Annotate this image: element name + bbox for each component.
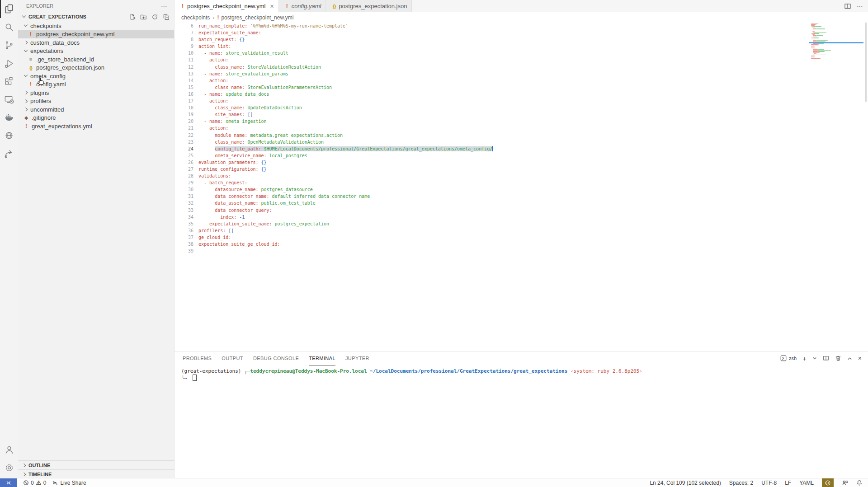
activity-item-search[interactable] [0, 18, 18, 36]
code-line-21[interactable]: 21 action: [175, 125, 868, 131]
live-share-status[interactable]: Live Share [52, 480, 86, 486]
split-editor-icon[interactable] [844, 3, 851, 10]
code-line-39[interactable]: 39 [175, 248, 868, 254]
outline-section[interactable]: OUTLINE [18, 460, 174, 469]
code-line-28[interactable]: 28validations: [175, 173, 868, 179]
code-line-22[interactable]: 22 module_name: metadata.great_expectati… [175, 132, 868, 139]
cursor-position[interactable]: Ln 24, Col 109 (102 selected) [650, 480, 721, 486]
activity-item-docker[interactable] [0, 108, 18, 126]
split-terminal-icon[interactable] [823, 355, 829, 361]
activity-item-source-control[interactable] [0, 36, 18, 54]
tree-item--gitignore[interactable]: ◆.gitignore [18, 114, 174, 122]
tree-item-profilers[interactable]: profilers [18, 97, 174, 106]
code-line-19[interactable]: 19 site_names: [] [175, 111, 868, 118]
indentation[interactable]: Spaces: 2 [729, 480, 753, 486]
code-line-11[interactable]: 11 action: [175, 56, 868, 63]
terminal-content[interactable]: (great-expectations) ╭─teddycrepineau@Te… [175, 365, 868, 382]
eol-sequence[interactable]: LF [785, 480, 791, 486]
code-line-37[interactable]: 37ge_cloud_id: [175, 234, 868, 241]
activity-item-extensions[interactable] [0, 72, 18, 90]
code-line-6[interactable]: 6run_name_template: '%Y%m%d-%H%M%S-my-ru… [175, 23, 868, 29]
new-folder-icon[interactable] [140, 14, 147, 20]
tree-item-expectations[interactable]: expectations [18, 47, 174, 56]
activity-item-run-debug[interactable] [0, 54, 18, 72]
project-root-row[interactable]: GREAT_EXPECTATIONS [18, 12, 174, 22]
breadcrumb-file[interactable]: postgres_checkpoint_new.yml [221, 14, 293, 21]
refresh-icon[interactable] [151, 14, 158, 20]
code-line-31[interactable]: 31 data_connector_name: default_inferred… [175, 193, 868, 200]
code-line-12[interactable]: 12 class_name: StoreValidationResultActi… [175, 64, 868, 70]
activity-item-remote-explorer[interactable] [0, 90, 18, 108]
new-file-icon[interactable] [129, 14, 136, 20]
tree-item-great-expectations-yml[interactable]: !great_expectations.yml [18, 122, 174, 131]
tree-item-checkpoints[interactable]: checkpoints [18, 22, 174, 30]
code-line-38[interactable]: 38expectation_suite_ge_cloud_id: [175, 241, 868, 248]
encoding[interactable]: UTF-8 [761, 480, 777, 486]
code-line-8[interactable]: 8batch_request: {} [175, 36, 868, 43]
remote-indicator[interactable] [0, 478, 17, 487]
more-actions-icon[interactable]: ⋯ [857, 3, 863, 10]
language-mode[interactable]: YAML [799, 480, 814, 486]
code-line-9[interactable]: 9action_list: [175, 43, 868, 50]
close-panel-icon[interactable]: × [858, 355, 862, 362]
tree-item-postgres-expectation-json[interactable]: {}postgres_expectation.json [18, 64, 174, 72]
problems-status[interactable]: 0 0 [23, 480, 46, 486]
code-editor[interactable]: 6run_name_template: '%Y%m%d-%H%M%S-my-ru… [175, 23, 868, 351]
terminal-dropdown-icon[interactable] [812, 356, 817, 361]
tree-item-custom-data-docs[interactable]: custom_data_docs [18, 38, 174, 47]
collapse-all-icon[interactable] [163, 14, 170, 20]
code-line-35[interactable]: 35 expectation_suite_name: postgres_expe… [175, 220, 868, 227]
code-line-27[interactable]: 27runtime_configuration: {} [175, 166, 868, 173]
code-line-23[interactable]: 23 class_name: OpenMetadataValidationAct… [175, 139, 868, 145]
tree-item-ometa-config[interactable]: ometa_config [18, 72, 174, 80]
code-line-20[interactable]: 20 - name: ometa_ingestion [175, 118, 868, 125]
minimap[interactable] [811, 23, 862, 60]
panel-tab-debug-console[interactable]: DEBUG CONSOLE [253, 351, 299, 365]
feedback-smiley-icon[interactable] [822, 478, 834, 487]
code-line-7[interactable]: 7expectation_suite_name: [175, 29, 868, 36]
timeline-section[interactable]: TIMELINE [18, 469, 174, 478]
activity-item-jupyter-globe[interactable] [0, 126, 18, 145]
code-line-29[interactable]: 29 - batch_request: [175, 179, 868, 186]
notifications-bell-icon[interactable] [856, 480, 863, 486]
tab-postgres-checkpoint-new-yml[interactable]: !postgres_checkpoint_new.yml× [175, 0, 279, 12]
panel-tab-jupyter[interactable]: JUPYTER [345, 351, 369, 365]
code-line-30[interactable]: 30 datasource_name: postgres_datasource [175, 186, 868, 193]
panel-tab-problems[interactable]: PROBLEMS [183, 351, 212, 365]
tree-item-postgres-checkpoint-new-yml[interactable]: !postgres_checkpoint_new.yml [18, 30, 174, 39]
person-feedback-icon[interactable] [842, 480, 848, 486]
tree-item-plugins[interactable]: plugins [18, 89, 174, 97]
code-line-15[interactable]: 15 class_name: StoreEvaluationParameters… [175, 84, 868, 91]
breadcrumb-folder[interactable]: checkpoints [181, 14, 210, 21]
tab-config-yaml[interactable]: !config.yaml [279, 0, 326, 12]
code-line-10[interactable]: 10 - name: store_validation_result [175, 50, 868, 56]
kill-terminal-icon[interactable] [835, 355, 841, 361]
code-line-34[interactable]: 34 index: -1 [175, 214, 868, 220]
tree-item--ge-store-backend-id[interactable]: ≡.ge_store_backend_id [18, 55, 174, 64]
maximize-panel-icon[interactable] [847, 356, 852, 361]
code-line-24[interactable]: 24 config_file_path: $HOME/LocalDocument… [175, 145, 868, 152]
code-line-13[interactable]: 13 - name: store_evaluation_params [175, 70, 868, 77]
panel-tab-output[interactable]: OUTPUT [222, 351, 243, 365]
code-line-36[interactable]: 36profilers: [] [175, 227, 868, 234]
code-line-17[interactable]: 17 action: [175, 98, 868, 104]
activity-item-explorer[interactable] [0, 0, 18, 18]
close-tab-icon[interactable]: × [270, 3, 274, 10]
code-line-18[interactable]: 18 class_name: UpdateDataDocsAction [175, 104, 868, 111]
explorer-more-actions-icon[interactable]: ⋯ [161, 2, 168, 9]
code-line-25[interactable]: 25 ometa_service_name: local_postgres [175, 152, 868, 159]
activity-item-live-share[interactable] [0, 145, 18, 163]
code-line-16[interactable]: 16 - name: update_data_docs [175, 91, 868, 98]
tree-item-uncommitted[interactable]: uncommitted [18, 105, 174, 114]
code-line-14[interactable]: 14 action: [175, 77, 868, 84]
tree-item-config-yaml[interactable]: !config.yaml [18, 80, 174, 89]
breadcrumb[interactable]: checkpoints › ! postgres_checkpoint_new.… [175, 12, 868, 23]
panel-tab-terminal[interactable]: TERMINAL [309, 351, 335, 365]
activity-item-account[interactable] [0, 440, 18, 459]
tab-postgres-expectation-json[interactable]: {}postgres_expectation.json [326, 0, 412, 12]
new-terminal-icon[interactable]: + [802, 355, 807, 362]
editor-scrollbar[interactable] [865, 23, 867, 102]
terminal-input-line[interactable]: ╰→ [181, 375, 868, 382]
activity-item-settings[interactable] [0, 459, 18, 477]
code-line-33[interactable]: 33 data_connector_query: [175, 207, 868, 214]
